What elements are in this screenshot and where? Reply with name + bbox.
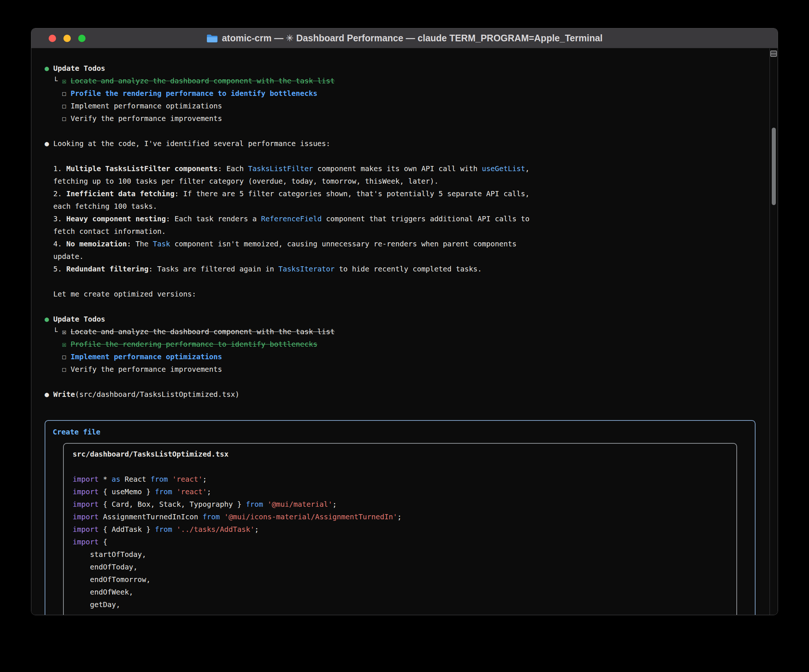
text-span: Inefficient data fetching bbox=[66, 190, 175, 198]
text-span: Update Todos bbox=[53, 315, 105, 323]
text-span: : If there are 5 filter categories shown… bbox=[175, 190, 529, 198]
text-span: { useMemo } bbox=[99, 487, 155, 496]
terminal-line bbox=[45, 376, 755, 388]
text-span: import bbox=[73, 500, 99, 509]
text-span bbox=[263, 500, 268, 509]
text-span: update. bbox=[53, 252, 83, 261]
terminal-line: ☒ Profile the rendering performance to i… bbox=[45, 338, 755, 351]
terminal-line: each fetching 100 tasks. bbox=[45, 200, 755, 213]
text-span: to hide recently completed tasks. bbox=[335, 265, 482, 273]
text-span: ☐ bbox=[62, 89, 70, 98]
terminal-line: 5. Redundant filtering: Tasks are filter… bbox=[45, 263, 755, 276]
text-span: '../tasks/AddTask' bbox=[176, 525, 254, 534]
text-span: : Each bbox=[218, 165, 248, 173]
terminal-line: fetch contact information. bbox=[45, 225, 755, 238]
text-span: from bbox=[155, 487, 172, 496]
text-span: Locate and analyze the dashboard compone… bbox=[70, 77, 334, 85]
terminal-line: 2. Inefficient data fetching: If there a… bbox=[45, 188, 755, 200]
terminal-line: └ ☒ Locate and analyze the dashboard com… bbox=[45, 75, 755, 87]
text-span: (src/dashboard/TasksListOptimized.tsx) bbox=[75, 390, 239, 399]
create-file-title: Create file bbox=[53, 426, 747, 438]
file-code: import * as React from 'react';import { … bbox=[73, 473, 727, 611]
terminal-line: import { AddTask } from '../tasks/AddTas… bbox=[73, 523, 727, 536]
terminal-output: ● Update Todos└ ☒ Locate and analyze the… bbox=[45, 62, 755, 401]
text-span bbox=[172, 487, 176, 496]
text-span: : Each task renders a bbox=[166, 215, 261, 223]
terminal-line: import * as React from 'react'; bbox=[73, 473, 727, 486]
terminal-line: └ ☒ Locate and analyze the dashboard com… bbox=[45, 326, 755, 338]
terminal-line: update. bbox=[45, 250, 755, 263]
terminal-line: ☐ Verify the performance improvements bbox=[45, 113, 755, 125]
text-span: component that triggers additional API c… bbox=[322, 215, 529, 223]
text-span bbox=[168, 475, 172, 484]
text-span: import bbox=[73, 487, 99, 496]
text-span: Implement performance optimizations bbox=[70, 353, 222, 361]
text-span: component makes its own API call with bbox=[313, 165, 482, 173]
terminal-line: ● Looking at the code, I've identified s… bbox=[45, 138, 755, 150]
text-span: as bbox=[112, 475, 120, 484]
terminal-line: ☐ Verify the performance improvements bbox=[45, 363, 755, 376]
text-span: ☐ Verify the performance improvements bbox=[62, 114, 222, 123]
scrollbar-track[interactable] bbox=[770, 48, 778, 615]
minimize-button[interactable] bbox=[64, 35, 71, 42]
split-pane-button[interactable] bbox=[770, 50, 777, 57]
text-span: ; bbox=[332, 500, 337, 509]
text-span: import bbox=[73, 512, 99, 521]
text-span: component isn't memoized, causing unnece… bbox=[170, 240, 517, 248]
close-button[interactable] bbox=[49, 35, 56, 42]
text-span: ☒ bbox=[62, 328, 70, 336]
terminal-line: getDay, bbox=[73, 599, 727, 611]
text-span: ☒ bbox=[62, 77, 70, 85]
text-span: ; bbox=[207, 487, 211, 496]
text-span: '@mui/icons-material/AssignmentTurnedIn' bbox=[224, 512, 398, 521]
text-span: Write bbox=[53, 390, 75, 399]
text-span: : Tasks are filtered again in bbox=[149, 265, 279, 273]
text-span: { Card, Box, Stack, Typography } bbox=[99, 500, 245, 509]
text-span: 3. bbox=[53, 215, 66, 223]
terminal-line: ☐ Implement performance optimizations bbox=[45, 351, 755, 363]
text-span: * bbox=[99, 475, 111, 484]
text-span bbox=[172, 525, 176, 534]
terminal-line: endOfWeek, bbox=[73, 586, 727, 599]
terminal-line: startOfToday, bbox=[73, 548, 727, 561]
window-titlebar[interactable]: atomic-crm — ✳ Dashboard Performance — c… bbox=[31, 29, 778, 48]
text-span: fetch contact information. bbox=[53, 227, 166, 236]
text-span: Update Todos bbox=[53, 64, 105, 73]
traffic-lights bbox=[49, 29, 86, 48]
text-span: 2. bbox=[53, 190, 66, 198]
text-span: Profile the rendering performance to ide… bbox=[70, 89, 317, 98]
terminal-line bbox=[45, 276, 755, 288]
terminal-line bbox=[45, 125, 755, 138]
text-span: Locate and analyze the dashboard compone… bbox=[70, 328, 334, 336]
text-span: ● bbox=[45, 64, 53, 73]
terminal-line: fetching up to 100 tasks per filter cate… bbox=[45, 175, 755, 188]
text-span: TasksListFilter bbox=[248, 165, 313, 173]
text-span: Profile the rendering performance to ide… bbox=[70, 340, 317, 349]
text-span: { AddTask } bbox=[99, 525, 155, 534]
text-span: 4. bbox=[53, 240, 66, 248]
text-span: Task bbox=[153, 240, 170, 248]
terminal-line: ● Update Todos bbox=[45, 313, 755, 326]
text-span: 5. bbox=[53, 265, 66, 273]
scrollbar-thumb[interactable] bbox=[772, 128, 776, 205]
text-span: 'react' bbox=[176, 487, 207, 496]
zoom-button[interactable] bbox=[78, 35, 86, 42]
terminal-line bbox=[45, 150, 755, 163]
text-span: endOfTomorrow, bbox=[73, 575, 151, 584]
text-span: Multiple TasksListFilter components bbox=[66, 165, 218, 173]
text-span: endOfWeek, bbox=[73, 588, 133, 596]
terminal-line: ● Update Todos bbox=[45, 62, 755, 75]
text-span: ☐ Verify the performance improvements bbox=[62, 365, 222, 374]
terminal-line: ☐ Implement performance optimizations bbox=[45, 100, 755, 113]
window-title-text: atomic-crm — ✳ Dashboard Performance — c… bbox=[222, 33, 603, 44]
folder-icon bbox=[206, 34, 218, 43]
text-span: { bbox=[99, 538, 107, 546]
file-preview-box: src/dashboard/TasksListOptimized.tsx imp… bbox=[63, 443, 737, 615]
text-span: Heavy component nesting bbox=[66, 215, 166, 223]
text-span: Redundant filtering bbox=[66, 265, 149, 273]
file-path: src/dashboard/TasksListOptimized.tsx bbox=[73, 448, 727, 461]
text-span: ☐ bbox=[62, 353, 70, 361]
text-span: 1. bbox=[53, 165, 66, 173]
terminal-line bbox=[45, 301, 755, 313]
terminal-line: endOfToday, bbox=[73, 561, 727, 573]
